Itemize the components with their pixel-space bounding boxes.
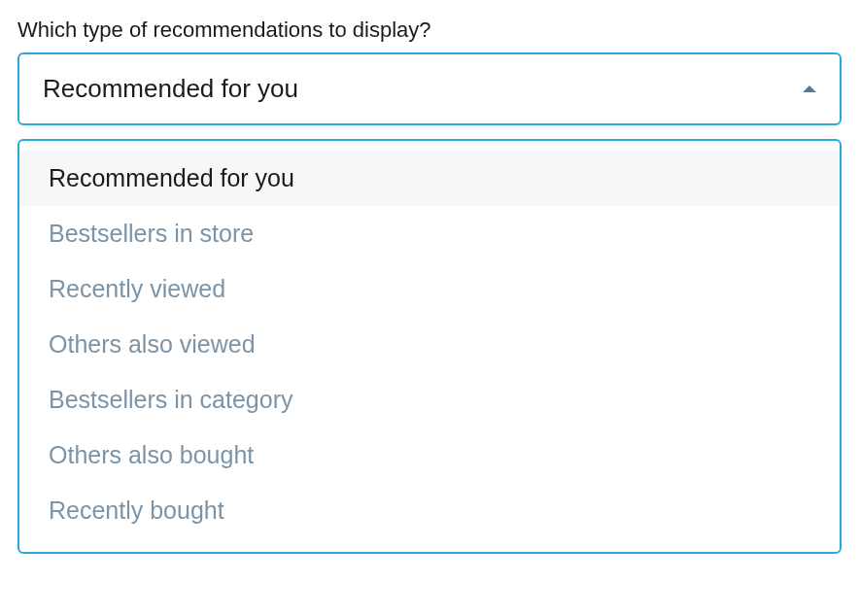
dropdown-option-bestsellers-in-store[interactable]: Bestsellers in store <box>19 206 840 261</box>
dropdown-option-recently-viewed[interactable]: Recently viewed <box>19 261 840 317</box>
dropdown-option-recently-bought[interactable]: Recently bought <box>19 483 840 538</box>
recommendation-type-dropdown: Recommended for you Bestsellers in store… <box>17 139 842 554</box>
caret-up-icon <box>803 86 816 92</box>
field-label: Which type of recommendations to display… <box>17 17 842 43</box>
dropdown-option-others-also-viewed[interactable]: Others also viewed <box>19 317 840 372</box>
recommendation-type-select[interactable]: Recommended for you <box>17 52 842 125</box>
dropdown-option-others-also-bought[interactable]: Others also bought <box>19 428 840 483</box>
dropdown-option-recommended-for-you[interactable]: Recommended for you <box>19 151 840 206</box>
select-current-value: Recommended for you <box>43 74 298 104</box>
dropdown-option-bestsellers-in-category[interactable]: Bestsellers in category <box>19 372 840 428</box>
